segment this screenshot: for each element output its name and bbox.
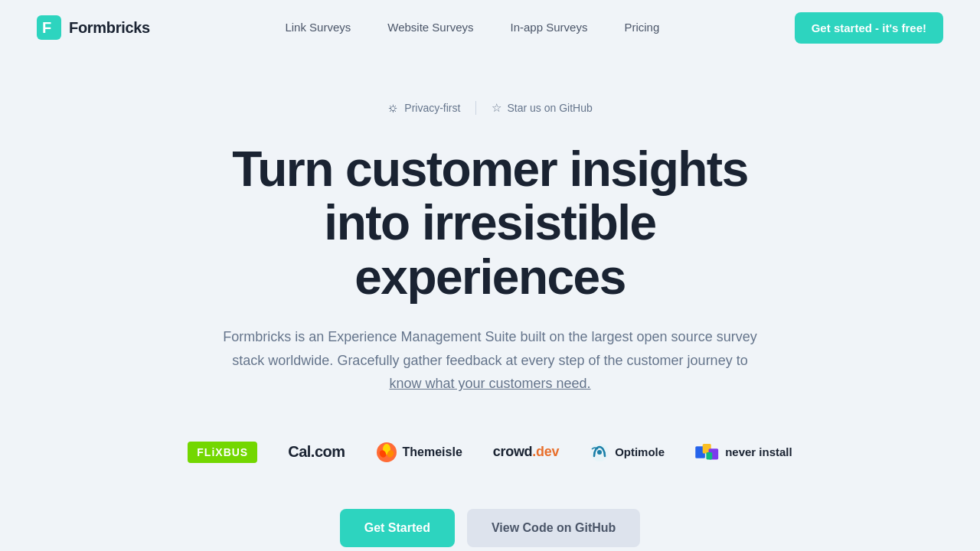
hero-subtitle: Formbricks is an Experience Management S…: [222, 325, 758, 396]
site-logo[interactable]: F Formbricks: [37, 15, 150, 40]
hero-badges: ⛭ Privacy-first ☆ Star us on GitHub: [387, 101, 592, 115]
star-icon: ☆: [492, 101, 501, 115]
privacy-badge: ⛭ Privacy-first: [387, 102, 460, 115]
formbricks-logo-icon: F: [37, 15, 61, 40]
logo-optimole: Optimole: [590, 439, 665, 466]
shield-icon: ⛭: [387, 102, 399, 115]
badge-divider: [475, 101, 476, 115]
nav-link-surveys[interactable]: Link Surveys: [285, 21, 351, 34]
view-code-button[interactable]: View Code on GitHub: [467, 509, 640, 547]
optimole-icon: [590, 442, 609, 462]
nav-link-pricing[interactable]: Pricing: [624, 21, 659, 34]
partner-logos: FLiXBUS Cal.com Themeisle crowd.dev: [188, 439, 792, 466]
logo-calcom: Cal.com: [288, 439, 345, 466]
hero-buttons: Get Started View Code on GitHub: [340, 509, 641, 547]
svg-rect-11: [707, 452, 713, 459]
subtitle-link[interactable]: know what your customers need.: [389, 376, 590, 391]
privacy-label: Privacy-first: [404, 102, 460, 114]
nav-cta-button[interactable]: Get started - it's free!: [795, 12, 943, 44]
neverinstall-icon: [695, 444, 720, 461]
svg-text:F: F: [42, 19, 51, 36]
themeisle-icon: [376, 442, 397, 463]
nav-link-inapp-surveys[interactable]: In-app Surveys: [511, 21, 588, 34]
hero-title: Turn customer insights into irresistible…: [191, 142, 789, 304]
logo-flixbus: FLiXBUS: [188, 439, 257, 466]
github-label: Star us on GitHub: [507, 102, 592, 114]
github-badge[interactable]: ☆ Star us on GitHub: [492, 101, 592, 115]
logo-themeisle: Themeisle: [376, 439, 462, 466]
logo-neverinstall: never install: [695, 439, 792, 466]
logo-text: Formbricks: [69, 19, 150, 37]
svg-point-7: [597, 450, 602, 455]
logo-crowddev: crowd.dev: [493, 439, 559, 466]
get-started-button[interactable]: Get Started: [340, 509, 455, 547]
nav-link-website-surveys[interactable]: Website Surveys: [387, 21, 473, 34]
